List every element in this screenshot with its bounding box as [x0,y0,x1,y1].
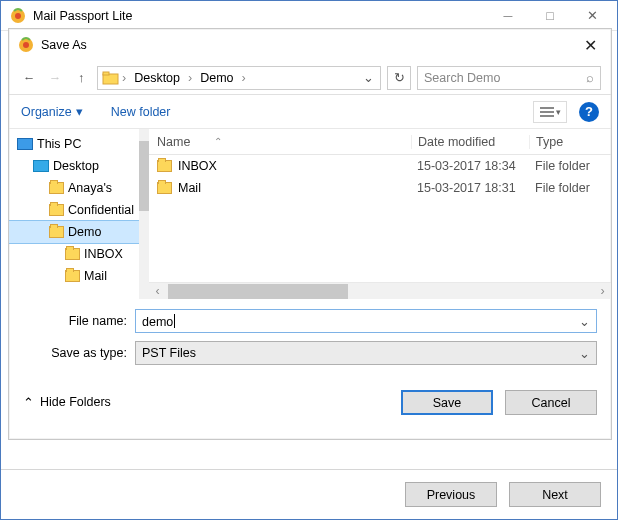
file-list: Name⌃ Date modified Type INBOX 15-03-201… [149,129,611,299]
dialog-title: Save As [41,38,87,52]
svg-rect-7 [540,111,554,113]
tree-node-selected[interactable]: Demo [9,221,149,243]
chevron-right-icon: › [186,71,194,85]
scroll-left-icon[interactable]: ‹ [149,284,166,298]
filetype-select[interactable]: PST Files ⌄ [135,341,597,365]
folder-icon [157,182,172,194]
sort-asc-icon: ⌃ [214,136,222,147]
dialog-close-button[interactable]: ✕ [578,36,603,55]
new-folder-button[interactable]: New folder [111,105,171,119]
svg-rect-6 [540,107,554,109]
search-icon: ⌕ [586,71,594,85]
refresh-button[interactable]: ↻ [387,66,411,90]
scroll-right-icon[interactable]: › [594,284,611,298]
save-button[interactable]: Save [401,390,493,415]
filename-form: File name: demo ⌄ Save as type: PST File… [9,299,611,379]
hide-folders-toggle[interactable]: ⌃ Hide Folders [23,395,111,410]
horizontal-scrollbar[interactable]: ‹ › [149,282,611,299]
column-type[interactable]: Type [529,135,611,149]
tree-node[interactable]: INBOX [9,243,149,265]
nav-back-button[interactable]: ← [19,71,39,85]
chevron-right-icon: › [120,71,128,85]
nav-up-button[interactable]: ↑ [71,71,91,85]
search-placeholder: Search Demo [424,71,500,85]
app-icon [9,7,27,25]
chevron-down-icon[interactable]: ⌄ [579,346,590,361]
next-button[interactable]: Next [509,482,601,507]
list-item[interactable]: INBOX 15-03-2017 18:34 File folder [149,155,611,177]
tree-node-this-pc[interactable]: This PC [9,133,149,155]
svg-point-3 [23,42,29,48]
view-menu[interactable]: ▾ [533,101,567,123]
nav-bar: ← → ↑ › Desktop › Demo › ⌄ ↻ Search Demo… [9,61,611,95]
search-input[interactable]: Search Demo ⌕ [417,66,601,90]
file-list-body[interactable]: INBOX 15-03-2017 18:34 File folder Mail … [149,155,611,282]
folder-icon [157,160,172,172]
scrollbar-thumb[interactable] [168,284,348,299]
column-headers[interactable]: Name⌃ Date modified Type [149,129,611,155]
tree-node-desktop[interactable]: Desktop [9,155,149,177]
dialog-titlebar: Save As ✕ [9,29,611,61]
view-icon [540,106,554,118]
dialog-icon [17,36,35,54]
breadcrumb-segment[interactable]: Demo [194,71,239,85]
folder-icon [102,69,120,87]
filetype-label: Save as type: [23,346,135,360]
folder-tree[interactable]: This PC Desktop Anaya's Confidential Dem… [9,129,149,299]
column-name[interactable]: Name⌃ [157,135,411,149]
folder-icon [49,182,64,194]
tree-scrollbar-thumb[interactable] [139,141,149,211]
help-button[interactable]: ? [579,102,599,122]
tree-node[interactable]: Anaya's [9,177,149,199]
chevron-down-icon[interactable]: ⌄ [579,314,590,329]
filename-input[interactable]: demo ⌄ [135,309,597,333]
toolbar: Organize ▾ New folder ▾ ? [9,95,611,129]
column-date[interactable]: Date modified [411,135,529,149]
desktop-icon [33,160,49,172]
explorer-body: This PC Desktop Anaya's Confidential Dem… [9,129,611,299]
save-as-dialog: Save As ✕ ← → ↑ › Desktop › Demo › ⌄ ↻ S… [8,28,612,440]
breadcrumb[interactable]: › Desktop › Demo › ⌄ [97,66,381,90]
nav-forward-button[interactable]: → [45,71,65,85]
close-button[interactable]: ✕ [571,2,613,30]
svg-rect-8 [540,115,554,117]
pc-icon [17,138,33,150]
folder-icon [49,204,64,216]
breadcrumb-segment[interactable]: Desktop [128,71,186,85]
caret-down-icon: ▾ [556,107,561,117]
folder-icon [49,226,64,238]
tree-node[interactable]: Mail [9,265,149,287]
app-title: Mail Passport Lite [33,9,132,23]
maximize-button[interactable]: □ [529,2,571,30]
chevron-up-icon: ⌃ [23,395,34,410]
app-footer: Previous Next [1,469,617,519]
organize-menu[interactable]: Organize ▾ [21,104,83,119]
app-window: Mail Passport Lite ─ □ ✕ Save As ✕ ← → ↑… [0,0,618,520]
folder-icon [65,248,80,260]
app-titlebar: Mail Passport Lite ─ □ ✕ [1,1,617,31]
chevron-right-icon: › [240,71,248,85]
tree-node[interactable]: Confidential [9,199,149,221]
previous-button[interactable]: Previous [405,482,497,507]
cancel-button[interactable]: Cancel [505,390,597,415]
folder-icon [65,270,80,282]
list-item[interactable]: Mail 15-03-2017 18:31 File folder [149,177,611,199]
svg-point-1 [15,13,21,19]
svg-rect-5 [103,72,109,75]
dialog-buttons: ⌃ Hide Folders Save Cancel [9,379,611,425]
minimize-button[interactable]: ─ [487,2,529,30]
chevron-down-icon[interactable]: ⌄ [357,70,380,85]
caret-down-icon: ▾ [76,104,83,119]
filename-label: File name: [23,314,135,328]
